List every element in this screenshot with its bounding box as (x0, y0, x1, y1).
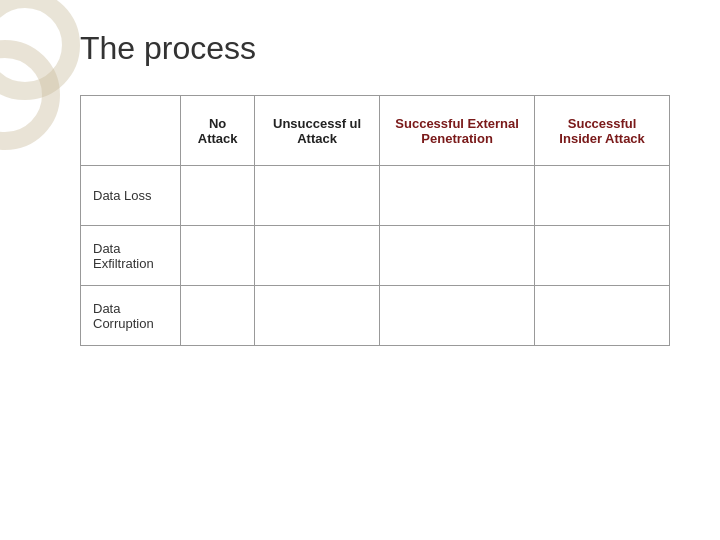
cell-data-corrupt-external (380, 286, 535, 346)
cell-data-exfil-external (380, 226, 535, 286)
header-no-attack: No Attack (181, 96, 255, 166)
cell-data-loss-unsuccessful (255, 166, 380, 226)
cell-data-corrupt-unsuccessful (255, 286, 380, 346)
row-label-data-exfiltration: Data Exfiltration (81, 226, 181, 286)
process-table: No Attack Unsuccessf ul Attack Successfu… (80, 95, 670, 346)
page-content: The process No Attack Unsuccessf ul Atta… (0, 0, 720, 540)
cell-data-exfil-insider (535, 226, 670, 286)
cell-data-exfil-no-attack (181, 226, 255, 286)
header-unsuccessful-attack: Unsuccessf ul Attack (255, 96, 380, 166)
header-successful-external: Successful External Penetration (380, 96, 535, 166)
cell-data-corrupt-no-attack (181, 286, 255, 346)
cell-data-loss-external (380, 166, 535, 226)
cell-data-loss-insider (535, 166, 670, 226)
cell-data-loss-no-attack (181, 166, 255, 226)
table-row: Data Loss (81, 166, 670, 226)
cell-data-exfil-unsuccessful (255, 226, 380, 286)
cell-data-corrupt-insider (535, 286, 670, 346)
header-empty (81, 96, 181, 166)
row-label-data-loss: Data Loss (81, 166, 181, 226)
row-label-data-corruption: Data Corruption (81, 286, 181, 346)
table-row: Data Exfiltration (81, 226, 670, 286)
page-title: The process (80, 30, 670, 67)
header-successful-insider: Successful Insider Attack (535, 96, 670, 166)
table-row: Data Corruption (81, 286, 670, 346)
